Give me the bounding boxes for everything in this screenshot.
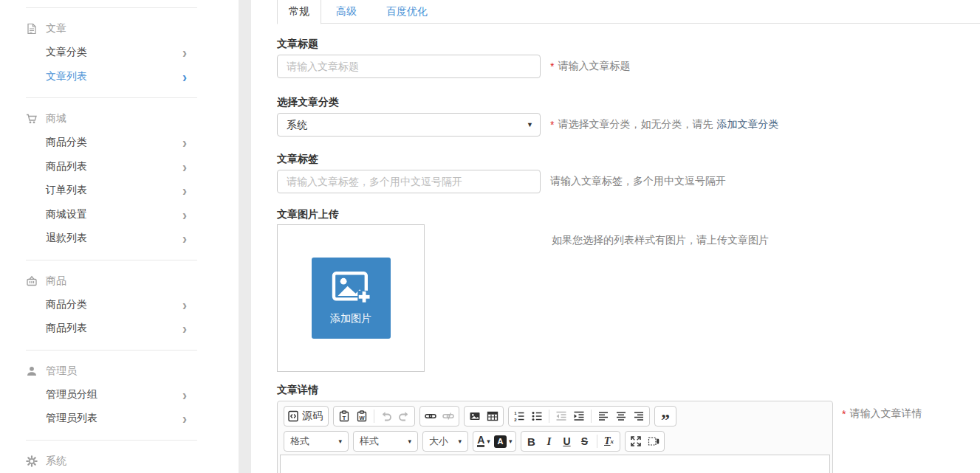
- dropdown-caret-icon: ▾: [487, 438, 490, 445]
- unlink-button[interactable]: [439, 407, 457, 425]
- link-button[interactable]: [422, 407, 439, 425]
- indent-button[interactable]: [570, 407, 588, 425]
- add-article-category-link[interactable]: 添加文章分类: [716, 118, 778, 131]
- outdent-button[interactable]: [552, 407, 570, 425]
- size-dropdown-label: 大小: [429, 435, 448, 448]
- indent-icon: [573, 410, 585, 422]
- strikethrough-button[interactable]: S: [576, 432, 594, 450]
- add-image-button[interactable]: 添加图片: [312, 258, 391, 339]
- sidebar: 文章 文章分类 › 文章列表 › 商城 商品分类› 商品列表› 订单列表› 商城…: [0, 0, 239, 473]
- sidebar-group-admin[interactable]: 管理员: [26, 359, 197, 383]
- bold-button[interactable]: B: [523, 432, 541, 450]
- article-title-input[interactable]: [277, 55, 541, 78]
- chevron-right-icon: ›: [182, 135, 187, 150]
- sidebar-section-mall: 商城 商品分类› 商品列表› 订单列表› 商城设置› 退款列表›: [26, 97, 197, 260]
- text-color-button[interactable]: A ▾: [475, 432, 493, 450]
- text-color-icon: A: [477, 435, 484, 447]
- sidebar-item-admin-group[interactable]: 管理员分组›: [26, 383, 197, 407]
- sidebar-item-goods-category[interactable]: 商品分类›: [26, 131, 197, 155]
- main-content: 常规 高级 百度优化 文章标题 * 请输入文章标题 选择文章分类 系统 ▼ *: [251, 0, 980, 473]
- article-detail-label: 文章详情: [277, 384, 980, 396]
- sidebar-item-admin-list[interactable]: 管理员列表›: [26, 407, 197, 431]
- sidebar-item-label: 商品分类: [46, 298, 87, 311]
- sidebar-item-label: 商品列表: [46, 160, 87, 173]
- paste-word-icon: W: [356, 410, 368, 422]
- unordered-list-button[interactable]: [528, 407, 546, 425]
- size-dropdown[interactable]: 大小 ▾: [422, 431, 468, 452]
- source-button[interactable]: 源码: [286, 407, 326, 425]
- sidebar-group-label: 文章: [46, 22, 66, 35]
- sidebar-item-product-list[interactable]: 商品列表›: [26, 317, 197, 341]
- toolbar-group-insert: [464, 406, 504, 427]
- styles-dropdown[interactable]: 样式 ▾: [353, 431, 418, 452]
- blockquote-button[interactable]: ”: [657, 407, 674, 425]
- undo-button[interactable]: [377, 407, 395, 425]
- align-left-button[interactable]: [594, 407, 612, 425]
- tab-general[interactable]: 常规: [277, 0, 321, 24]
- sidebar-item-article-category[interactable]: 文章分类 ›: [26, 41, 197, 65]
- toolbar-group-paragraph: 12: [508, 406, 650, 427]
- sidebar-group-label: 商城: [46, 112, 66, 125]
- sidebar-group-mall[interactable]: 商城: [26, 107, 197, 131]
- editor-content-area[interactable]: [280, 455, 830, 473]
- required-mark: *: [550, 61, 554, 72]
- paste-word-button[interactable]: W: [353, 407, 371, 425]
- insert-table-button[interactable]: [484, 407, 501, 425]
- sidebar-group-label: 商品: [46, 275, 66, 288]
- show-blocks-button[interactable]: [645, 432, 662, 450]
- toolbar-group-quote: ”: [654, 406, 676, 427]
- article-tags-input[interactable]: [277, 170, 541, 193]
- unlink-icon: [442, 410, 454, 422]
- background-color-icon: A: [494, 435, 507, 448]
- insert-image-icon: [469, 410, 481, 422]
- sidebar-item-label: 商品分类: [46, 136, 87, 149]
- dropdown-caret-icon: ▾: [338, 438, 342, 445]
- sidebar-item-article-list[interactable]: 文章列表 ›: [26, 65, 197, 89]
- article-category-select-wrap: 系统 ▼: [277, 113, 541, 137]
- underline-button[interactable]: U: [558, 432, 576, 450]
- sidebar-item-refund-list[interactable]: 退款列表›: [26, 227, 197, 251]
- align-right-button[interactable]: [630, 407, 648, 425]
- sidebar-group-articles[interactable]: 文章: [26, 17, 197, 41]
- undo-icon: [380, 410, 392, 422]
- paste-text-button[interactable]: T: [335, 407, 353, 425]
- remove-format-button[interactable]: Tx: [600, 432, 618, 450]
- required-mark: *: [842, 408, 846, 420]
- sidebar-item-product-category[interactable]: 商品分类›: [26, 293, 197, 317]
- toolbar-group-basicstyles: B I U S Tx: [521, 431, 620, 452]
- format-dropdown[interactable]: 格式 ▾: [284, 431, 349, 452]
- italic-button[interactable]: I: [541, 432, 558, 450]
- sidebar-item-order-list[interactable]: 订单列表›: [26, 179, 197, 203]
- sidebar-item-label: 订单列表: [46, 184, 87, 197]
- sidebar-group-system[interactable]: 系统: [26, 449, 197, 473]
- ordered-list-button[interactable]: 12: [510, 407, 528, 425]
- required-mark: *: [550, 119, 554, 131]
- tab-bar: 常规 高级 百度优化: [277, 0, 980, 24]
- gear-icon: [26, 455, 38, 467]
- cart-icon: [26, 113, 38, 125]
- sidebar-group-products[interactable]: 商品: [26, 269, 197, 293]
- insert-table-icon: [487, 410, 498, 422]
- maximize-button[interactable]: [627, 432, 645, 450]
- align-center-button[interactable]: [612, 407, 630, 425]
- insert-image-button[interactable]: [466, 407, 484, 425]
- redo-button[interactable]: [395, 407, 413, 425]
- svg-text:T: T: [343, 415, 346, 421]
- toolbar-separator: [549, 410, 549, 423]
- toolbar-group-colors: A ▾ A ▾: [473, 431, 516, 452]
- sidebar-section-admin: 管理员 管理员分组› 管理员列表›: [26, 350, 197, 440]
- chevron-right-icon: ›: [182, 411, 187, 426]
- background-color-button[interactable]: A ▾: [493, 432, 514, 450]
- sidebar-item-label: 文章分类: [46, 46, 87, 59]
- sidebar-item-mall-settings[interactable]: 商城设置›: [26, 203, 197, 227]
- sidebar-item-goods-list[interactable]: 商品列表›: [26, 155, 197, 179]
- tab-baidu-seo[interactable]: 百度优化: [371, 0, 442, 24]
- toolbar-group-tools: [625, 431, 665, 452]
- show-blocks-icon: [648, 435, 659, 447]
- article-category-label: 选择文章分类: [277, 96, 980, 108]
- chevron-right-icon: ›: [182, 207, 187, 222]
- article-tags-hint: 请输入文章标签，多个用中文逗号隔开: [550, 175, 726, 188]
- article-category-select[interactable]: 系统: [277, 113, 541, 137]
- tab-advanced[interactable]: 高级: [321, 0, 371, 24]
- remove-format-t: T: [604, 435, 611, 447]
